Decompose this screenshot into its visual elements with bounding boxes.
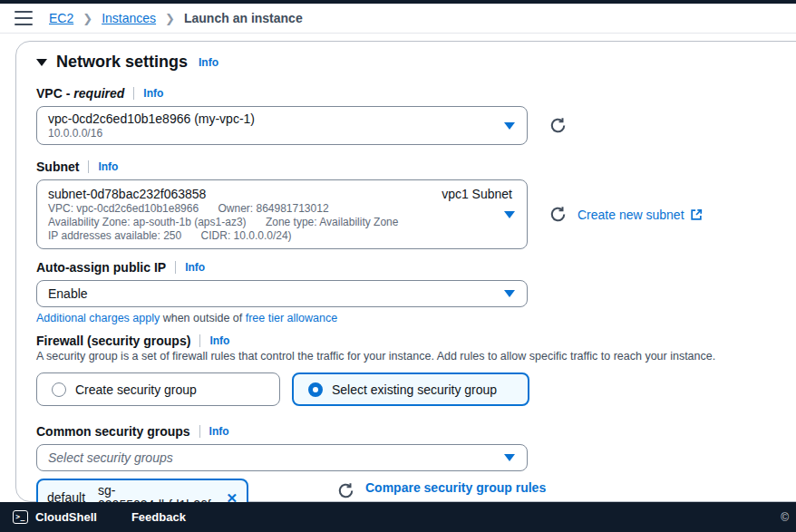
section-title: Network settings xyxy=(56,53,188,72)
create-new-subnet-link[interactable]: Create new subnet xyxy=(578,208,703,222)
common-sg-label-row: Common security groups Info xyxy=(36,424,796,439)
auto-assign-label: Auto-assign public IP xyxy=(36,260,166,275)
firewall-info-link[interactable]: Info xyxy=(209,334,229,347)
charges-note: Additional charges apply when outside of… xyxy=(36,312,796,324)
copyright-symbol: © xyxy=(781,511,789,524)
security-groups-refresh-button[interactable] xyxy=(335,480,356,501)
subnet-info-link[interactable]: Info xyxy=(98,160,118,173)
caret-down-icon xyxy=(504,290,515,297)
subnet-select-value: subnet-0d78bac232f063858 xyxy=(48,186,206,202)
subnet-ips-detail: IP addresses available: 250 xyxy=(48,229,181,242)
create-security-group-label: Create security group xyxy=(75,382,197,397)
vpc-select-value: vpc-0cd2c6ed10b1e8966 (my-vpc-1) xyxy=(48,111,496,127)
radio-checked-icon xyxy=(308,382,323,397)
common-sg-info-link[interactable]: Info xyxy=(209,425,229,438)
caret-down-icon xyxy=(504,454,515,461)
subnet-vpc-detail: VPC: vpc-0cd2c6ed10b1e8966 xyxy=(48,202,199,215)
firewall-label-row: Firewall (security groups) Info xyxy=(36,334,796,348)
auto-assign-select[interactable]: Enable xyxy=(36,280,528,307)
subnet-owner-detail: Owner: 864981713012 xyxy=(218,202,328,215)
subnet-az-detail: Availability Zone: ap-south-1b (aps1-az3… xyxy=(48,216,247,228)
network-settings-info-link[interactable]: Info xyxy=(199,56,218,69)
divider xyxy=(133,87,134,100)
vpc-label: VPC -required xyxy=(36,86,124,101)
free-tier-allowance-link[interactable]: free tier allowance xyxy=(246,312,337,324)
additional-charges-link[interactable]: Additional charges apply xyxy=(36,312,160,324)
chevron-right-icon: ❯ xyxy=(165,12,175,25)
refresh-icon xyxy=(549,117,567,134)
breadcrumb-link-instances[interactable]: Instances xyxy=(102,11,156,25)
common-sg-label: Common security groups xyxy=(36,424,190,439)
subnet-zone-type-detail: Zone type: Availability Zone xyxy=(266,216,399,228)
subnet-refresh-button[interactable] xyxy=(548,204,568,225)
select-existing-security-group-option[interactable]: Select existing security group xyxy=(292,372,529,406)
subnet-select[interactable]: subnet-0d78bac232f063858 vpc1 Subnet VPC… xyxy=(36,179,528,249)
vpc-select[interactable]: vpc-0cd2c6ed10b1e8966 (my-vpc-1) 10.0.0.… xyxy=(36,106,528,145)
divider xyxy=(199,425,200,438)
select-existing-security-group-label: Select existing security group xyxy=(332,382,497,397)
subnet-name-badge: vpc1 Subnet xyxy=(442,187,512,201)
radio-unchecked-icon xyxy=(52,382,66,397)
chevron-right-icon: ❯ xyxy=(83,12,92,25)
compare-security-group-rules-link[interactable]: Compare security group rules xyxy=(365,480,546,495)
caret-down-icon xyxy=(504,122,515,130)
network-settings-section-toggle[interactable]: Network settings Info xyxy=(36,53,796,72)
breadcrumb-current-page: Launch an instance xyxy=(184,11,303,25)
feedback-button[interactable]: Feedback xyxy=(131,510,186,524)
auto-assign-label-row: Auto-assign public IP Info xyxy=(36,260,796,275)
common-sg-select[interactable]: Select security groups xyxy=(36,444,528,471)
divider xyxy=(88,160,89,173)
firewall-label: Firewall (security groups) xyxy=(36,334,190,348)
refresh-icon xyxy=(549,206,567,223)
create-security-group-option[interactable]: Create security group xyxy=(36,372,280,406)
triangle-down-icon xyxy=(36,59,47,66)
subnet-label-row: Subnet Info xyxy=(36,160,796,174)
divider xyxy=(199,334,200,347)
auto-assign-info-link[interactable]: Info xyxy=(185,261,205,274)
external-link-icon xyxy=(690,208,703,221)
subnet-label: Subnet xyxy=(36,160,79,174)
refresh-icon xyxy=(337,482,354,499)
breadcrumb-link-ec2[interactable]: EC2 xyxy=(49,11,73,25)
subnet-cidr-detail: CIDR: 10.0.0.0/24) xyxy=(201,229,292,242)
vpc-select-cidr: 10.0.0.0/16 xyxy=(48,127,496,140)
vpc-refresh-button[interactable] xyxy=(548,115,568,136)
cloudshell-button[interactable]: >_ CloudShell xyxy=(13,510,97,524)
firewall-description: A security group is a set of firewall ru… xyxy=(36,350,796,363)
auto-assign-select-value: Enable xyxy=(48,285,496,302)
common-sg-placeholder: Select security groups xyxy=(48,450,496,466)
vpc-info-link[interactable]: Info xyxy=(143,87,163,100)
hamburger-menu-icon[interactable] xyxy=(15,11,33,25)
vpc-label-row: VPC -required Info xyxy=(36,86,796,101)
breadcrumb: EC2 ❯ Instances ❯ Launch an instance xyxy=(0,4,796,34)
console-footer: >_ CloudShell Feedback © xyxy=(0,502,796,532)
caret-down-icon xyxy=(504,211,515,218)
divider xyxy=(175,261,176,274)
cloudshell-terminal-icon: >_ xyxy=(13,510,28,524)
network-settings-panel: Network settings Info VPC -required Info… xyxy=(15,41,796,502)
